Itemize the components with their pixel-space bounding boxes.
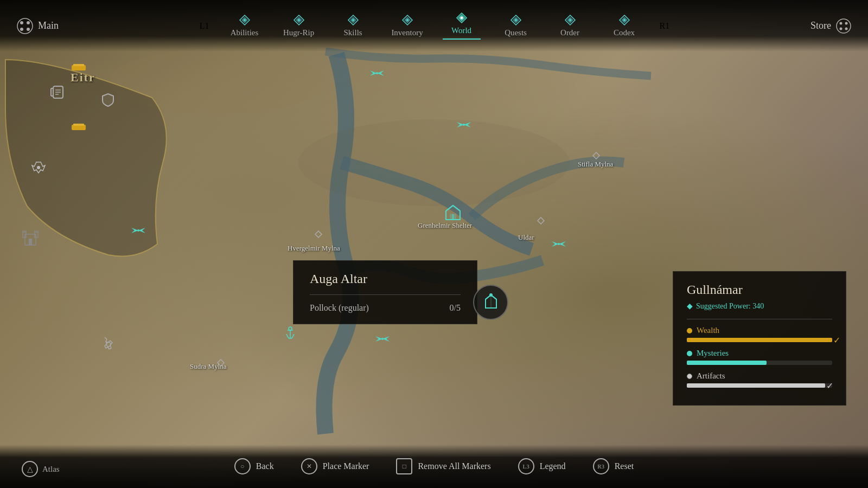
- remove-all-square-button[interactable]: □: [396, 458, 412, 474]
- back-action[interactable]: ○ Back: [234, 458, 274, 474]
- atlas-triangle-button[interactable]: △: [22, 461, 38, 477]
- svg-point-4: [27, 28, 30, 31]
- nav-quests[interactable]: Quests: [497, 14, 535, 37]
- svg-point-52: [37, 166, 40, 169]
- artifacts-label-row: Artifacts: [687, 371, 832, 381]
- hugr-rip-label: Hugr-Rip: [283, 28, 314, 37]
- svg-point-25: [569, 19, 571, 21]
- marker-scroll[interactable]: [49, 84, 65, 102]
- svg-point-7: [244, 19, 246, 21]
- label-uldar: Uldar: [518, 233, 534, 242]
- marker-anchor[interactable]: [283, 325, 297, 343]
- main-menu-button[interactable]: Main: [16, 17, 59, 35]
- marker-warrior[interactable]: [100, 336, 117, 355]
- place-marker-circle-button[interactable]: ✕: [301, 458, 317, 474]
- mysteries-dot: [687, 351, 692, 356]
- back-circle-button[interactable]: ○: [234, 458, 251, 474]
- reset-circle-button[interactable]: R3: [593, 458, 609, 474]
- svg-point-74: [489, 293, 493, 297]
- abilities-icon: [239, 14, 251, 26]
- mysteries-progress-bg: [687, 361, 832, 365]
- main-label: Main: [38, 20, 59, 31]
- suggested-power: Suggested Power: 340: [687, 301, 832, 311]
- svg-rect-56: [35, 232, 38, 237]
- l1-button[interactable]: L1: [200, 21, 209, 31]
- reset-action[interactable]: R3 Reset: [593, 458, 634, 474]
- world-label: World: [451, 26, 471, 35]
- svg-point-10: [298, 19, 300, 21]
- map-container[interactable]: Eitr: [0, 0, 868, 488]
- svg-point-28: [623, 19, 626, 21]
- rivers-overlay: [0, 0, 868, 488]
- svg-rect-39: [73, 124, 84, 126]
- castle-icon: [22, 228, 39, 247]
- marker-viking[interactable]: [30, 160, 47, 179]
- svg-point-34: [108, 49, 326, 114]
- atlas-label: Atlas: [42, 465, 60, 474]
- svg-rect-37: [73, 64, 84, 66]
- legend-action[interactable]: L3 Legend: [518, 458, 566, 474]
- region-panel: Gullnámar Suggested Power: 340 Wealth ✓ …: [673, 271, 846, 406]
- svg-point-70: [289, 327, 292, 330]
- reset-label: Reset: [615, 461, 634, 471]
- marker-bird-3[interactable]: [130, 225, 146, 238]
- legend-circle-button[interactable]: L3: [518, 458, 534, 474]
- svg-marker-68: [593, 152, 599, 159]
- nav-hugr-rip[interactable]: Hugr-Rip: [280, 14, 318, 37]
- store-label: Store: [810, 20, 831, 31]
- info-popup: Auga Altar Pollock (regular) 0/5: [293, 260, 477, 324]
- nav-skills[interactable]: Skills: [334, 14, 372, 37]
- nav-inventory[interactable]: Inventory: [388, 14, 426, 37]
- codex-label: Codex: [614, 28, 635, 37]
- altar-icon-circle[interactable]: [473, 285, 508, 320]
- marker-bird-2[interactable]: [456, 119, 472, 132]
- wealth-check-icon: ✓: [833, 335, 840, 345]
- location-diamond-2-icon: [537, 217, 545, 224]
- marker-shield[interactable]: [100, 92, 116, 110]
- bird-icon-1: [369, 68, 385, 79]
- gold-ingot-2-icon: [71, 122, 87, 133]
- popup-requirement-label: Pollock (regular): [310, 303, 369, 313]
- r1-button[interactable]: R1: [660, 21, 670, 31]
- marker-diamond-1[interactable]: [315, 230, 322, 240]
- mysteries-label-row: Mysteries: [687, 349, 832, 358]
- remove-all-markers-action[interactable]: □ Remove All Markers: [396, 458, 490, 474]
- marker-diamond-2[interactable]: [537, 217, 545, 227]
- svg-point-31: [845, 22, 847, 24]
- artifacts-stat: Artifacts ✓: [687, 371, 832, 388]
- legend-btn-icon: L3: [523, 463, 529, 470]
- artifacts-progress-bg: ✓: [687, 383, 832, 388]
- marker-bird-5[interactable]: [374, 333, 391, 346]
- atlas-hint[interactable]: △ Atlas: [22, 461, 60, 477]
- store-button[interactable]: Store: [810, 18, 852, 34]
- svg-point-53: [106, 342, 111, 346]
- top-navigation: Main L1 Abilities Hugr-Rip: [0, 0, 868, 52]
- marker-bird-4[interactable]: [551, 239, 567, 252]
- svg-point-49: [137, 229, 139, 232]
- nav-order[interactable]: Order: [551, 14, 589, 37]
- codex-icon: [618, 14, 630, 26]
- marker-bird-1[interactable]: [369, 68, 385, 81]
- quests-icon: [510, 14, 522, 26]
- abilities-label: Abilities: [231, 28, 259, 37]
- hugr-rip-icon: [293, 14, 305, 26]
- marker-gold-2[interactable]: [71, 122, 87, 135]
- svg-point-3: [20, 28, 23, 31]
- wealth-progress-bg: ✓: [687, 338, 832, 342]
- bird-icon-3: [130, 225, 146, 236]
- svg-point-48: [463, 124, 465, 126]
- bottom-navigation: △ Atlas ○ Back ✕ Place Marker □ Remove A…: [0, 445, 868, 488]
- place-marker-action[interactable]: ✕ Place Marker: [301, 458, 369, 474]
- artifacts-progress-fill: ✓: [687, 383, 825, 388]
- world-icon: [456, 12, 468, 24]
- inventory-icon: [401, 14, 413, 26]
- map-background: Eitr: [0, 0, 868, 488]
- nav-abilities[interactable]: Abilities: [226, 14, 264, 37]
- skills-label: Skills: [343, 28, 362, 37]
- svg-point-35: [298, 119, 570, 206]
- svg-point-33: [845, 27, 847, 30]
- nav-world[interactable]: World: [443, 12, 481, 40]
- nav-codex[interactable]: Codex: [605, 14, 643, 37]
- marker-castle[interactable]: [22, 228, 39, 249]
- place-marker-label: Place Marker: [323, 461, 369, 471]
